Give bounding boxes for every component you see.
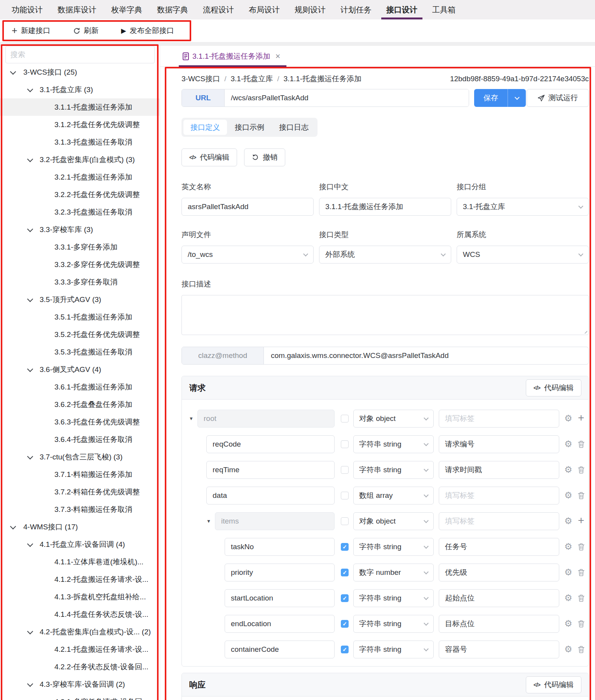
tree-item-12[interactable]: 3.3.3-多穿任务取消 (0, 273, 160, 291)
tree-item-23[interactable]: 3.7.1-料箱搬运任务添加 (0, 466, 160, 483)
gear-icon[interactable]: ⚙ (564, 619, 572, 628)
chevron-down-icon[interactable] (27, 454, 33, 460)
field-input[interactable] (319, 198, 451, 216)
param-label-input[interactable] (439, 538, 559, 556)
required-checkbox[interactable] (341, 492, 349, 499)
chevron-down-icon[interactable] (27, 628, 33, 635)
tree-item-36[interactable]: 4.3.1-多穿任务请求-设备回... (0, 693, 160, 700)
tree-item-24[interactable]: 3.7.2-料箱任务优先级调整 (0, 483, 160, 501)
param-name-input[interactable] (215, 512, 335, 530)
collapse-arrow-icon[interactable]: ▼ (206, 518, 211, 524)
refresh-button[interactable]: 刷新 (73, 26, 99, 36)
close-icon[interactable]: × (276, 51, 281, 61)
tree-item-15[interactable]: 3.5.2-托盘任务优先级调整 (0, 326, 160, 343)
tree-item-4[interactable]: 3.1.3-托盘搬运任务取消 (0, 133, 160, 151)
tree-item-19[interactable]: 3.6.2-托盘叠盘任务添加 (0, 396, 160, 413)
param-type-select[interactable]: 字符串 string (353, 589, 434, 607)
param-name-input[interactable] (225, 641, 335, 658)
param-name-input[interactable] (225, 589, 335, 607)
param-label-input[interactable] (439, 512, 559, 530)
param-name-input[interactable] (206, 487, 335, 504)
tree-item-32[interactable]: 4.2-托盘密集库(白盒模式)-设... (2) (0, 623, 160, 641)
param-name-input[interactable] (197, 410, 335, 428)
param-type-select[interactable]: 字符串 string (353, 538, 434, 556)
undo-button[interactable]: 撤销 (244, 148, 285, 166)
trash-icon[interactable] (578, 569, 585, 576)
param-label-input[interactable] (439, 461, 559, 479)
tree-item-5[interactable]: 3.2-托盘密集库(白盒模式) (3) (0, 151, 160, 168)
param-label-input[interactable] (439, 641, 559, 658)
nav-tab-6[interactable]: 规则设计 (295, 0, 326, 19)
param-type-select[interactable]: 字符串 string (353, 641, 434, 658)
request-code-edit-button[interactable]: </> 代码编辑 (526, 379, 581, 396)
param-name-input[interactable] (206, 435, 335, 453)
tree-item-6[interactable]: 3.2.1-托盘搬运任务添加 (0, 168, 160, 186)
gear-icon[interactable]: ⚙ (564, 465, 572, 474)
tree-item-8[interactable]: 3.2.3-托盘搬运任务取消 (0, 203, 160, 221)
publish-all-button[interactable]: ▶ 发布全部接口 (121, 26, 174, 36)
new-api-button[interactable]: + 新建接口 (12, 26, 51, 36)
breadcrumb-item[interactable]: 3.1-托盘立库 (231, 75, 273, 83)
param-type-select[interactable]: 字符串 string (353, 435, 434, 453)
tree-item-14[interactable]: 3.5.1-托盘搬运任务添加 (0, 308, 160, 326)
nav-tab-8[interactable]: 接口设计 (386, 0, 417, 19)
gear-icon[interactable]: ⚙ (564, 414, 572, 423)
chevron-down-icon[interactable] (27, 541, 33, 547)
trash-icon[interactable] (578, 620, 585, 628)
tree-item-21[interactable]: 3.6.4-托盘搬运任务取消 (0, 431, 160, 448)
tree-item-25[interactable]: 3.7.3-料箱搬运任务取消 (0, 501, 160, 518)
tree-item-9[interactable]: 3.3-穿梭车库 (3) (0, 221, 160, 238)
nav-tab-1[interactable]: 数据库设计 (58, 0, 96, 19)
tab-def-1[interactable]: 接口示例 (228, 120, 271, 135)
required-checkbox[interactable] (341, 440, 349, 448)
chevron-down-icon[interactable] (27, 681, 33, 687)
tree-item-22[interactable]: 3.7-ctu(包含三层飞梭) (3) (0, 448, 160, 466)
tree-item-0[interactable]: 3-WCS接口 (25) (0, 63, 160, 81)
trash-icon[interactable] (578, 595, 585, 602)
field-select[interactable]: 外部系统 (319, 246, 451, 264)
param-label-input[interactable] (439, 410, 559, 428)
param-label-input[interactable] (439, 435, 559, 453)
url-input[interactable] (225, 89, 469, 106)
required-checkbox[interactable] (341, 517, 349, 525)
chevron-down-icon[interactable] (27, 226, 33, 232)
required-checkbox[interactable] (341, 466, 349, 474)
tree-item-17[interactable]: 3.6-侧叉式AGV (4) (0, 361, 160, 378)
nav-tab-0[interactable]: 功能设计 (12, 0, 43, 19)
chevron-down-icon[interactable] (27, 86, 33, 93)
tree-item-1[interactable]: 3.1-托盘立库 (3) (0, 81, 160, 98)
gear-icon[interactable]: ⚙ (564, 594, 572, 602)
nav-tab-5[interactable]: 布局设计 (249, 0, 280, 19)
tree-item-7[interactable]: 3.2.2-托盘任务优先级调整 (0, 186, 160, 203)
tree-item-35[interactable]: 4.3-穿梭车库-设备回调 (2) (0, 676, 160, 693)
collapse-arrow-icon[interactable]: ▼ (189, 416, 194, 421)
tree-item-28[interactable]: 4.1.1-立体库巷道(堆垛机)... (0, 553, 160, 571)
nav-tab-7[interactable]: 计划任务 (340, 0, 372, 19)
required-checkbox[interactable]: ✓ (341, 543, 349, 551)
chevron-down-icon[interactable] (27, 296, 33, 302)
chevron-down-icon[interactable] (27, 366, 33, 372)
gear-icon[interactable]: ⚙ (564, 568, 572, 577)
param-label-input[interactable] (439, 589, 559, 607)
param-type-select[interactable]: 对象 object (353, 410, 434, 428)
tree-item-16[interactable]: 3.5.3-托盘搬运任务取消 (0, 343, 160, 361)
required-checkbox[interactable] (341, 415, 349, 422)
tree-item-10[interactable]: 3.3.1-多穿任务添加 (0, 238, 160, 256)
param-name-input[interactable] (225, 538, 335, 556)
param-label-input[interactable] (439, 487, 559, 504)
test-run-button[interactable]: 测试运行 (527, 89, 589, 107)
response-code-edit-button[interactable]: </> 代码编辑 (526, 676, 581, 693)
trash-icon[interactable] (578, 543, 585, 551)
tree-item-31[interactable]: 4.1.4-托盘任务状态反馈-设... (0, 606, 160, 623)
tree-item-18[interactable]: 3.6.1-托盘搬运任务添加 (0, 378, 160, 396)
document-tab[interactable]: 3.1.1-托盘搬运任务添加 × (179, 46, 286, 67)
gear-icon[interactable]: ⚙ (564, 440, 572, 449)
gear-icon[interactable]: ⚙ (564, 491, 572, 500)
trash-icon[interactable] (578, 466, 585, 474)
nav-tab-2[interactable]: 枚举字典 (111, 0, 142, 19)
tree-item-11[interactable]: 3.3.2-多穿任务优先级调整 (0, 256, 160, 273)
field-input[interactable] (181, 198, 314, 216)
param-name-input[interactable] (206, 461, 335, 479)
required-checkbox[interactable]: ✓ (341, 646, 349, 653)
save-dropdown-button[interactable] (508, 89, 526, 107)
